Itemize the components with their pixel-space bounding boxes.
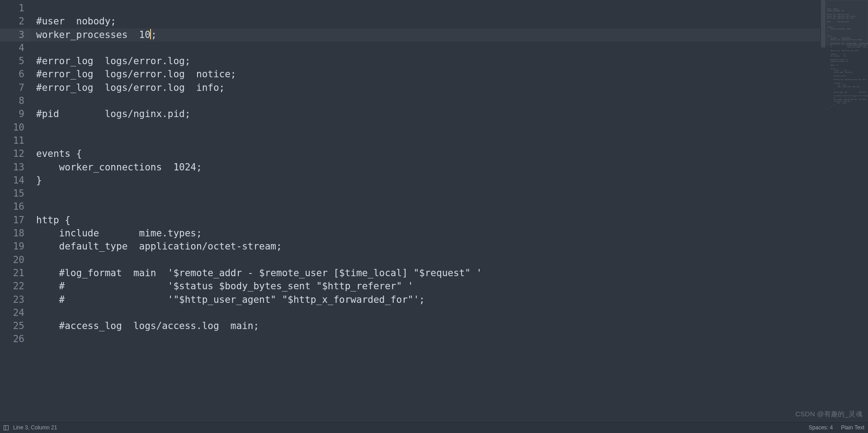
code-area[interactable]: #user nobody;worker_processes 10;#error_… bbox=[31, 0, 820, 422]
line-number[interactable]: 15 bbox=[0, 187, 31, 200]
code-line[interactable] bbox=[31, 42, 820, 55]
line-number[interactable]: 6 bbox=[0, 68, 31, 81]
line-number[interactable]: 24 bbox=[0, 306, 31, 320]
code-line[interactable]: #user nobody; bbox=[31, 15, 820, 28]
code-line[interactable]: #error_log logs/error.log notice; bbox=[31, 68, 820, 81]
line-number[interactable]: 18 bbox=[0, 227, 31, 240]
line-number[interactable]: 2 bbox=[0, 15, 31, 28]
code-line[interactable]: # '$status $body_bytes_sent "$http_refer… bbox=[31, 280, 820, 293]
editor-viewport: 1234567891011121314151617181920212223242… bbox=[0, 0, 868, 422]
code-line[interactable] bbox=[31, 2, 820, 15]
syntax-setting[interactable]: Plain Text bbox=[841, 421, 864, 433]
line-number[interactable]: 5 bbox=[0, 55, 31, 68]
line-number[interactable]: 21 bbox=[0, 267, 31, 280]
minimap[interactable]: #user nobody; worker_processes 10; #erro… bbox=[826, 0, 868, 422]
cursor-position-indicator[interactable]: Line 3, Column 21 bbox=[13, 421, 57, 433]
code-line[interactable]: include mime.types; bbox=[31, 227, 820, 240]
line-number[interactable]: 13 bbox=[0, 161, 31, 174]
line-number[interactable]: 14 bbox=[0, 174, 31, 187]
line-number[interactable]: 23 bbox=[0, 293, 31, 306]
code-line[interactable] bbox=[31, 187, 820, 200]
line-number[interactable]: 17 bbox=[0, 214, 31, 227]
code-line[interactable]: http { bbox=[31, 214, 820, 227]
line-number[interactable]: 11 bbox=[0, 134, 31, 147]
panel-toggle-icon[interactable] bbox=[4, 425, 9, 430]
code-line[interactable]: worker_connections 1024; bbox=[31, 161, 820, 174]
line-number[interactable]: 9 bbox=[0, 108, 31, 121]
code-line[interactable]: #pid logs/nginx.pid; bbox=[31, 108, 820, 121]
line-number[interactable]: 12 bbox=[0, 147, 31, 160]
code-line[interactable]: # '"$http_user_agent" "$http_x_forwarded… bbox=[31, 293, 820, 306]
code-line[interactable] bbox=[31, 94, 820, 108]
code-line[interactable]: } bbox=[31, 174, 820, 187]
line-number[interactable]: 10 bbox=[0, 121, 31, 134]
line-number[interactable]: 26 bbox=[0, 333, 31, 346]
code-line[interactable] bbox=[31, 134, 820, 147]
code-line[interactable] bbox=[31, 200, 820, 213]
code-line[interactable]: #error_log logs/error.log; bbox=[31, 55, 820, 68]
code-line[interactable]: #error_log logs/error.log info; bbox=[31, 81, 820, 94]
line-number[interactable]: 4 bbox=[0, 42, 31, 55]
code-line[interactable]: #log_format main '$remote_addr - $remote… bbox=[31, 267, 820, 280]
line-number[interactable]: 16 bbox=[0, 200, 31, 213]
line-number[interactable]: 8 bbox=[0, 94, 31, 108]
minimap-viewport-indicator[interactable] bbox=[826, 0, 868, 45]
line-number[interactable]: 19 bbox=[0, 240, 31, 253]
line-number[interactable]: 25 bbox=[0, 320, 31, 333]
line-number[interactable]: 22 bbox=[0, 280, 31, 293]
vertical-scrollbar-thumb[interactable] bbox=[821, 0, 826, 47]
code-line[interactable]: #access_log logs/access.log main; bbox=[31, 320, 820, 333]
line-number[interactable]: 1 bbox=[0, 2, 31, 15]
code-line[interactable] bbox=[31, 306, 820, 320]
indent-setting[interactable]: Spaces: 4 bbox=[809, 421, 833, 433]
code-line[interactable]: events { bbox=[31, 147, 820, 160]
line-number-gutter[interactable]: 1234567891011121314151617181920212223242… bbox=[0, 0, 31, 422]
code-line[interactable] bbox=[31, 333, 820, 346]
line-number[interactable]: 7 bbox=[0, 81, 31, 94]
line-number[interactable]: 20 bbox=[0, 254, 31, 267]
code-line[interactable]: default_type application/octet-stream; bbox=[31, 240, 820, 253]
status-bar: Line 3, Column 21 Spaces: 4 Plain Text bbox=[0, 422, 868, 433]
code-line[interactable] bbox=[31, 121, 820, 134]
code-line[interactable]: worker_processes 10; bbox=[31, 28, 820, 42]
code-line[interactable] bbox=[31, 254, 820, 267]
vertical-scrollbar[interactable] bbox=[820, 0, 826, 422]
